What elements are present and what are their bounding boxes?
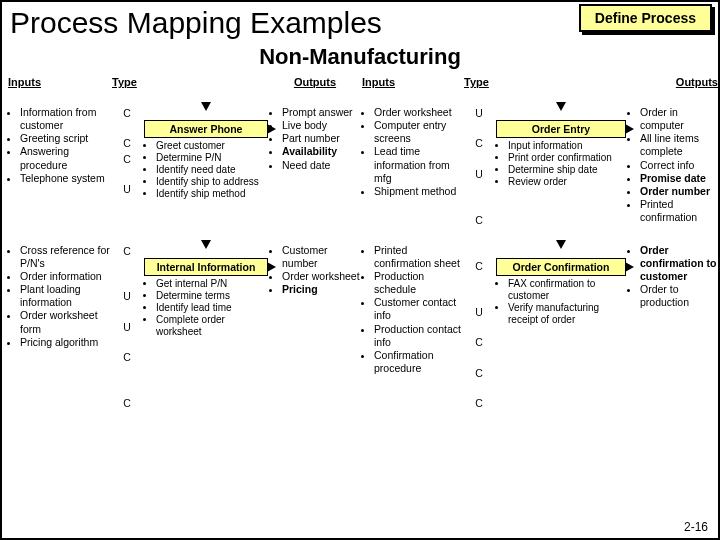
type-code: C	[464, 366, 494, 381]
process-order-confirm: Order Confirmation FAX confirmation to c…	[496, 244, 626, 411]
process-step: Determine P/N	[156, 152, 268, 164]
process-step: Print order confirmation	[508, 152, 626, 164]
output-item: Part number	[282, 132, 360, 145]
process-step: FAX confirmation to customer	[508, 278, 626, 302]
process-step: Complete order worksheet	[156, 314, 268, 338]
type-code: C	[464, 259, 494, 274]
type-code: C	[112, 350, 142, 365]
output-item: Pricing	[282, 283, 360, 296]
arrow-right-icon	[267, 262, 276, 272]
outputs-answer-phone: Prompt answer Live body Part number Avai…	[270, 106, 360, 228]
process-step: Get internal P/N	[156, 278, 268, 290]
input-item: Shipment method	[374, 185, 462, 198]
process-order-entry: Order Entry Input information Print orde…	[496, 106, 626, 228]
arrow-down-icon	[556, 102, 566, 111]
process-step: Identify need date	[156, 164, 268, 176]
type-code: U	[112, 289, 142, 304]
input-item: Telephone system	[20, 172, 110, 185]
arrow-right-icon	[267, 124, 276, 134]
process-step: Determine ship date	[508, 164, 626, 176]
arrow-right-icon	[625, 124, 634, 134]
input-item: Cross reference for P/N's	[20, 244, 110, 270]
output-item: Prompt answer	[282, 106, 360, 119]
hdr-outputs-1: Outputs	[270, 76, 360, 90]
input-item: Plant loading information	[20, 283, 110, 309]
type-code: C	[112, 396, 142, 411]
output-item: Correct info	[640, 159, 718, 172]
input-item: Greeting script	[20, 132, 110, 145]
process-name: Internal Information	[144, 258, 268, 276]
inputs-order-entry: Order worksheet Computer entry screens L…	[362, 106, 462, 228]
inputs-internal-info: Cross reference for P/N's Order informat…	[8, 244, 110, 411]
arrow-right-icon	[625, 262, 634, 272]
arrow-down-icon	[556, 240, 566, 249]
type-code: U	[112, 320, 142, 335]
type-code: C	[112, 244, 142, 259]
process-step: Verify manufacturing receipt of order	[508, 302, 626, 326]
types-internal-info: C U U C C	[112, 244, 142, 411]
type-code: C	[464, 136, 494, 151]
process-step: Determine terms	[156, 290, 268, 302]
output-item: Order confirmation to customer	[640, 244, 718, 283]
process-step: Greet customer	[156, 140, 268, 152]
input-item: Printed confirmation sheet	[374, 244, 462, 270]
input-item: Order information	[20, 270, 110, 283]
type-code: C	[112, 136, 142, 151]
page-title: Process Mapping Examples	[10, 6, 382, 40]
output-item: Order in computer	[640, 106, 718, 132]
type-code: C	[464, 335, 494, 350]
process-step: Input information	[508, 140, 626, 152]
type-code: C	[112, 106, 142, 121]
input-item: Information from customer	[20, 106, 110, 132]
type-code: U	[464, 167, 494, 182]
process-name: Answer Phone	[144, 120, 268, 138]
inputs-order-confirm: Printed confirmation sheet Production sc…	[362, 244, 462, 411]
output-item: Availability	[282, 145, 360, 158]
input-item: Order worksheet	[374, 106, 462, 119]
types-order-entry: U C U C	[464, 106, 494, 228]
process-step: Identify ship method	[156, 188, 268, 200]
outputs-order-confirm: Order confirmation to customer Order to …	[628, 244, 718, 411]
process-internal-info: Internal Information Get internal P/N De…	[144, 244, 268, 411]
output-item: Order worksheet	[282, 270, 360, 283]
process-row-1: Information from customer Greeting scrip…	[2, 106, 718, 228]
hdr-outputs-2: Outputs	[628, 76, 718, 90]
process-step: Review order	[508, 176, 626, 188]
output-item: Order number	[640, 185, 718, 198]
input-item: Customer contact info	[374, 296, 462, 322]
column-headers: Inputs Type Outputs Inputs Type Outputs	[2, 76, 718, 90]
hdr-type-1: Type	[112, 76, 142, 90]
output-item: Customer number	[282, 244, 360, 270]
type-code: U	[464, 305, 494, 320]
output-item: Printed confirmation	[640, 198, 718, 224]
process-answer-phone: Answer Phone Greet customer Determine P/…	[144, 106, 268, 228]
process-name: Order Entry	[496, 120, 626, 138]
types-order-confirm: C U C C C	[464, 244, 494, 411]
page-number: 2-16	[684, 520, 708, 534]
arrow-down-icon	[201, 240, 211, 249]
process-name: Order Confirmation	[496, 258, 626, 276]
input-item: Production contact info	[374, 323, 462, 349]
process-step: Identify ship to address	[156, 176, 268, 188]
output-item: Need date	[282, 159, 360, 172]
input-item: Answering procedure	[20, 145, 110, 171]
type-code: U	[464, 106, 494, 121]
arrow-down-icon	[201, 102, 211, 111]
inputs-answer-phone: Information from customer Greeting scrip…	[8, 106, 110, 228]
type-code: C	[112, 152, 142, 167]
input-item: Production schedule	[374, 270, 462, 296]
hdr-inputs-2: Inputs	[362, 76, 462, 90]
output-item: Live body	[282, 119, 360, 132]
sub-title: Non-Manufacturing	[2, 42, 718, 76]
input-item: Lead time information from mfg	[374, 145, 462, 184]
output-item: All line items complete	[640, 132, 718, 158]
output-item: Promise date	[640, 172, 718, 185]
input-item: Confirmation procedure	[374, 349, 462, 375]
type-code: C	[464, 396, 494, 411]
process-row-2: Cross reference for P/N's Order informat…	[2, 244, 718, 411]
define-process-box: Define Process	[579, 4, 712, 32]
output-item: Order to production	[640, 283, 718, 309]
input-item: Order worksheet form	[20, 309, 110, 335]
type-code: C	[464, 213, 494, 228]
outputs-order-entry: Order in computer All line items complet…	[628, 106, 718, 228]
